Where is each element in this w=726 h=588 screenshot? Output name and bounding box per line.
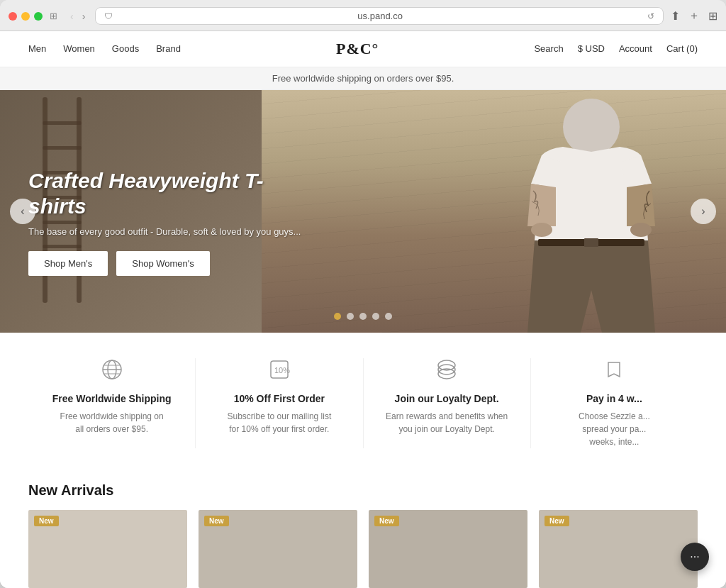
browser-actions: ⬆ ＋ ⊞ [671, 9, 717, 23]
slider-dot-2[interactable] [347, 313, 354, 320]
slider-dot-3[interactable] [359, 313, 367, 320]
feature-pay4-desc: Choose Sezzle a...spread your pa...weeks… [545, 410, 683, 448]
slider-prev-button[interactable]: ‹ [10, 199, 35, 224]
browser-window: ⊞ ‹ › 🛡 us.pand.co ↺ ⬆ ＋ ⊞ Men Women [0, 0, 726, 588]
slider-dot-4[interactable] [372, 313, 379, 320]
feature-discount-desc: Subscribe to our mailing listfor 10% off… [210, 410, 348, 436]
back-button[interactable]: ‹ [67, 9, 77, 23]
shipping-icon [43, 358, 181, 386]
shop-mens-button[interactable]: Shop Men's [28, 251, 108, 276]
grid-button[interactable]: ⊞ [708, 9, 717, 23]
hero-content: Crafted Heavyweight T-shirts The base of… [28, 168, 312, 276]
address-bar[interactable]: 🛡 us.pand.co ↺ [95, 7, 664, 25]
slider-next-button[interactable]: › [691, 199, 716, 224]
sidebar-toggle-button[interactable]: ⊞ [50, 11, 57, 21]
nav-brand[interactable]: Brand [156, 43, 181, 54]
feature-loyalty: Join our Loyalty Dept. Earn rewards and … [364, 358, 531, 448]
new-tab-button[interactable]: ＋ [688, 9, 700, 23]
nav-left: Men Women Goods Brand [28, 43, 181, 54]
announcement-text: Free worldwide shipping on orders over $… [272, 73, 454, 84]
site-header: Men Women Goods Brand P&C° Search $ USD … [0, 31, 726, 67]
feature-pay4-title: Pay in 4 w... [545, 393, 683, 404]
product-badge-3: New [374, 516, 399, 526]
forward-button[interactable]: › [79, 9, 89, 23]
feature-shipping-title: Free Worldwide Shipping [43, 393, 181, 404]
hero-title: Crafted Heavyweight T-shirts [28, 168, 312, 219]
product-card-1[interactable]: New [28, 510, 187, 588]
feature-pay4: Pay in 4 w... Choose Sezzle a...spread y… [531, 358, 698, 448]
maximize-dot[interactable] [34, 12, 43, 21]
currency-selector[interactable]: $ USD [578, 43, 605, 54]
feature-discount-title: 10% Off First Order [210, 393, 348, 404]
new-arrivals-section: New Arrivals New New New New [0, 465, 726, 588]
new-arrivals-title: New Arrivals [28, 482, 698, 499]
browser-chrome: ⊞ ‹ › 🛡 us.pand.co ↺ ⬆ ＋ ⊞ [0, 0, 726, 31]
browser-dots [9, 12, 43, 21]
features-section: Free Worldwide Shipping Free worldwide s… [0, 333, 726, 465]
chat-icon: ··· [690, 550, 699, 563]
pay4-icon [545, 358, 683, 386]
close-dot[interactable] [9, 12, 17, 21]
product-badge-2: New [204, 516, 229, 526]
svg-point-2 [630, 223, 652, 237]
nav-goods[interactable]: Goods [112, 43, 139, 54]
loyalty-icon [378, 358, 516, 386]
security-icon: 🛡 [104, 11, 113, 21]
svg-point-0 [563, 99, 620, 155]
cart-button[interactable]: Cart (0) [666, 43, 698, 54]
feature-loyalty-title: Join our Loyalty Dept. [378, 393, 516, 404]
discount-icon: 10% [210, 358, 348, 386]
chat-button[interactable]: ··· [681, 543, 709, 571]
reload-icon[interactable]: ↺ [647, 11, 654, 21]
website-content: Men Women Goods Brand P&C° Search $ USD … [0, 31, 726, 588]
shop-womens-button[interactable]: Shop Women's [116, 251, 210, 276]
product-badge-1: New [34, 516, 59, 526]
hero-slider: Crafted Heavyweight T-shirts The base of… [0, 90, 726, 333]
svg-point-13 [438, 365, 455, 375]
product-card-2[interactable]: New [199, 510, 357, 588]
site-logo[interactable]: P&C° [336, 40, 379, 58]
product-card-4[interactable]: New [539, 510, 698, 588]
product-grid: New New New New [28, 510, 698, 588]
minimize-dot[interactable] [21, 12, 30, 21]
svg-rect-4 [584, 238, 598, 247]
svg-text:10%: 10% [274, 366, 290, 375]
account-button[interactable]: Account [619, 43, 652, 54]
slider-dot-1[interactable] [334, 313, 341, 320]
product-card-3[interactable]: New [369, 510, 527, 588]
product-badge-4: New [544, 516, 569, 526]
nav-men[interactable]: Men [28, 43, 46, 54]
nav-women[interactable]: Women [63, 43, 95, 54]
hero-person [492, 90, 691, 333]
nav-right: Search $ USD Account Cart (0) [534, 43, 698, 54]
slider-dots [334, 313, 392, 320]
url-text: us.pand.co [118, 11, 642, 21]
slider-dot-5[interactable] [385, 313, 392, 320]
svg-point-1 [531, 223, 552, 237]
share-button[interactable]: ⬆ [671, 9, 680, 23]
feature-shipping-desc: Free worldwide shipping onall orders ove… [43, 410, 181, 436]
announcement-bar: Free worldwide shipping on orders over $… [0, 67, 726, 90]
hero-subtitle: The base of every good outfit - Durable,… [28, 226, 312, 237]
feature-discount: 10% 10% Off First Order Subscribe to our… [196, 358, 363, 448]
feature-loyalty-desc: Earn rewards and benefits whenyou join o… [378, 410, 516, 436]
hero-buttons: Shop Men's Shop Women's [28, 251, 312, 276]
search-button[interactable]: Search [534, 43, 563, 54]
feature-shipping: Free Worldwide Shipping Free worldwide s… [28, 358, 196, 448]
